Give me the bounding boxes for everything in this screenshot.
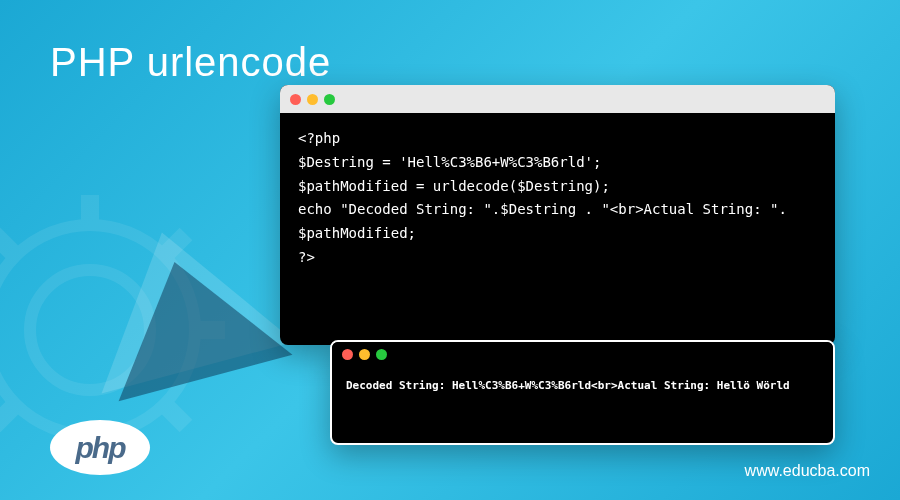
output-line: Decoded String: Hell%C3%B6+W%C3%B6rld<br… [346, 378, 819, 395]
minimize-icon[interactable] [307, 94, 318, 105]
svg-line-6 [0, 234, 15, 255]
svg-line-8 [0, 405, 15, 426]
php-logo: php [50, 420, 150, 475]
window-titlebar-2 [332, 342, 833, 366]
maximize-icon[interactable] [376, 349, 387, 360]
svg-line-7 [165, 405, 186, 426]
php-logo-text: php [76, 431, 125, 465]
site-url: www.educba.com [745, 462, 870, 480]
output-content: Decoded String: Hell%C3%B6+W%C3%B6rld<br… [332, 366, 833, 407]
page-title: PHP urlencode [50, 40, 331, 85]
output-window-2: Decoded String: Hell%C3%B6+W%C3%B6rld<br… [330, 340, 835, 445]
code-line: echo "Decoded String: ".$Destring . "<br… [298, 198, 817, 246]
close-icon[interactable] [342, 349, 353, 360]
code-line: ?> [298, 246, 817, 270]
minimize-icon[interactable] [359, 349, 370, 360]
code-line: <?php [298, 127, 817, 151]
code-line: $Destring = 'Hell%C3%B6+W%C3%B6rld'; [298, 151, 817, 175]
window-titlebar-1 [280, 85, 835, 113]
code-content-1: <?php $Destring = 'Hell%C3%B6+W%C3%B6rld… [280, 113, 835, 284]
close-icon[interactable] [290, 94, 301, 105]
code-editor-window-1: <?php $Destring = 'Hell%C3%B6+W%C3%B6rld… [280, 85, 835, 345]
maximize-icon[interactable] [324, 94, 335, 105]
code-line: $pathModified = urldecode($Destring); [298, 175, 817, 199]
